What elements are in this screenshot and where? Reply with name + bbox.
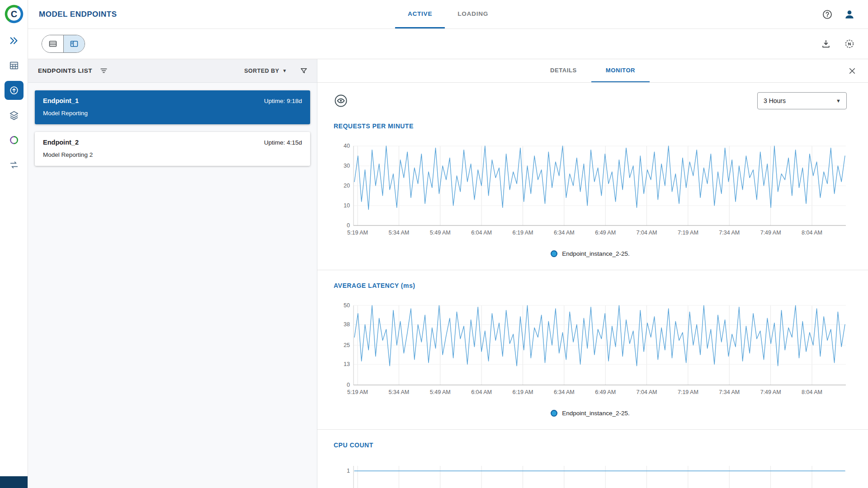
- svg-text:8:04 AM: 8:04 AM: [802, 389, 822, 395]
- svg-text:6:19 AM: 6:19 AM: [513, 230, 533, 236]
- rail-footer: [0, 476, 28, 488]
- endpoints-list-panel: ENDPOINTS LIST SORTED BY ▼: [28, 59, 317, 488]
- header-tabs: ACTIVE LOADING: [395, 0, 501, 28]
- svg-text:10: 10: [344, 202, 350, 209]
- svg-text:6:34 AM: 6:34 AM: [554, 389, 575, 395]
- time-range-select[interactable]: 3 Hours ▼: [757, 92, 847, 109]
- monitor-panel-tabs: DETAILS MONITOR: [317, 59, 868, 83]
- tab-active[interactable]: ACTIVE: [395, 0, 445, 28]
- svg-text:5:19 AM: 5:19 AM: [347, 230, 368, 236]
- chart-legend: Endpoint_instance_2-25.: [334, 410, 847, 417]
- monitor-content: 3 Hours ▼ REQUESTS PER MINUTE 5:19 AM5:3…: [317, 83, 868, 488]
- endpoint-name: Endpoint_1: [43, 97, 79, 104]
- page-title: MODEL ENDPOINTS: [39, 10, 117, 19]
- chart-legend: Endpoint_instance_2-25.: [334, 250, 847, 257]
- svg-text:5:34 AM: 5:34 AM: [388, 389, 409, 395]
- svg-text:13: 13: [344, 361, 350, 367]
- download-icon[interactable]: [821, 39, 831, 49]
- svg-text:C: C: [10, 9, 17, 19]
- view-toggle-group: [42, 35, 85, 53]
- svg-text:7:49 AM: 7:49 AM: [760, 389, 781, 395]
- legend-dot-icon: [551, 410, 557, 417]
- tab-details[interactable]: DETAILS: [536, 59, 591, 82]
- svg-text:7:19 AM: 7:19 AM: [678, 230, 698, 236]
- svg-text:5:19 AM: 5:19 AM: [347, 389, 368, 395]
- svg-text:40: 40: [344, 143, 350, 149]
- endpoint-subtitle: Model Reporting 2: [43, 151, 302, 158]
- svg-text:7:34 AM: 7:34 AM: [719, 389, 740, 395]
- hub-ring-icon[interactable]: [5, 131, 24, 150]
- app-header: MODEL ENDPOINTS ACTIVE LOADING: [28, 0, 868, 29]
- workspace: ENDPOINTS LIST SORTED BY ▼: [28, 59, 868, 488]
- svg-text:6:04 AM: 6:04 AM: [471, 389, 492, 395]
- filter-icon[interactable]: [300, 67, 308, 75]
- tab-monitor[interactable]: MONITOR: [591, 59, 650, 82]
- svg-text:6:19 AM: 6:19 AM: [513, 389, 533, 395]
- svg-text:25: 25: [344, 342, 350, 348]
- left-nav-rail: C: [0, 0, 28, 488]
- svg-text:20: 20: [344, 183, 350, 189]
- sort-icon[interactable]: [99, 66, 108, 75]
- legend-label: Endpoint_instance_2-25.: [562, 410, 629, 417]
- svg-text:0: 0: [347, 222, 350, 229]
- endpoint-card-1[interactable]: Endpoint_1 Uptime: 9:18d Model Reporting: [35, 90, 310, 124]
- cpu-chart: 5:19 AM5:34 AM5:49 AM6:04 AM6:19 AM6:34 …: [317, 449, 868, 488]
- section-divider: [317, 270, 868, 270]
- user-avatar-icon[interactable]: [844, 9, 855, 20]
- requests-chart-svg: 5:19 AM5:34 AM5:49 AM6:04 AM6:19 AM6:34 …: [334, 143, 847, 249]
- app-root: C: [0, 0, 868, 488]
- section-title-requests: REQUESTS PER MINUTE: [317, 122, 868, 130]
- latency-chart: 5:19 AM5:34 AM5:49 AM6:04 AM6:19 AM6:34 …: [317, 289, 868, 417]
- endpoint-card-2[interactable]: Endpoint_2 Uptime: 4:15d Model Reporting…: [35, 132, 310, 166]
- chevron-down-icon: ▼: [836, 98, 841, 103]
- sorted-by-dropdown[interactable]: SORTED BY ▼: [244, 68, 287, 74]
- svg-text:7:49 AM: 7:49 AM: [760, 230, 781, 236]
- visibility-eye-icon[interactable]: [331, 91, 351, 111]
- endpoint-subtitle: Model Reporting: [43, 110, 302, 117]
- endpoint-uptime: Uptime: 4:15d: [264, 139, 302, 146]
- deployments-icon[interactable]: [5, 31, 24, 50]
- svg-text:7:34 AM: 7:34 AM: [719, 230, 740, 236]
- endpoints-list-header: ENDPOINTS LIST SORTED BY ▼: [28, 59, 317, 83]
- requests-chart: 5:19 AM5:34 AM5:49 AM6:04 AM6:19 AM6:34 …: [317, 130, 868, 257]
- svg-text:7:04 AM: 7:04 AM: [637, 230, 657, 236]
- svg-text:38: 38: [344, 321, 350, 328]
- endpoint-name: Endpoint_2: [43, 139, 79, 146]
- svg-text:5:34 AM: 5:34 AM: [388, 230, 409, 236]
- sorted-by-label: SORTED BY: [244, 68, 279, 74]
- svg-text:6:34 AM: 6:34 AM: [554, 230, 575, 236]
- layers-icon[interactable]: [5, 106, 24, 125]
- section-divider: [317, 429, 868, 430]
- section-title-latency: AVERAGE LATENCY (ms): [317, 282, 868, 289]
- cpu-chart-svg: 5:19 AM5:34 AM5:49 AM6:04 AM6:19 AM6:34 …: [334, 462, 847, 488]
- endpoints-card-list: Endpoint_1 Uptime: 9:18d Model Reporting…: [28, 83, 317, 174]
- monitor-panel: DETAILS MONITOR: [317, 59, 868, 488]
- list-view-icon[interactable]: [42, 35, 63, 52]
- endpoints-list-title: ENDPOINTS LIST: [38, 67, 92, 74]
- model-endpoints-icon[interactable]: [5, 81, 24, 100]
- svg-text:7:04 AM: 7:04 AM: [637, 389, 657, 395]
- svg-text:8:04 AM: 8:04 AM: [802, 230, 822, 236]
- legend-label: Endpoint_instance_2-25.: [562, 250, 629, 257]
- latency-chart-svg: 5:19 AM5:34 AM5:49 AM6:04 AM6:19 AM6:34 …: [334, 303, 847, 409]
- close-icon[interactable]: [848, 59, 856, 82]
- time-range-value: 3 Hours: [764, 97, 786, 104]
- cloudera-logo[interactable]: C: [4, 4, 24, 24]
- legend-dot-icon: [551, 250, 557, 257]
- svg-text:5:49 AM: 5:49 AM: [430, 230, 451, 236]
- chevron-down-icon: ▼: [283, 68, 287, 73]
- svg-text:0: 0: [347, 382, 350, 388]
- svg-text:6:04 AM: 6:04 AM: [471, 230, 492, 236]
- endpoint-uptime: Uptime: 9:18d: [264, 98, 302, 104]
- svg-text:30: 30: [344, 163, 350, 169]
- svg-text:50: 50: [344, 303, 350, 309]
- split-view-icon[interactable]: [63, 35, 85, 52]
- svg-text:6:49 AM: 6:49 AM: [595, 389, 616, 395]
- connections-icon[interactable]: [5, 155, 24, 174]
- svg-text:1: 1: [347, 468, 350, 474]
- tab-loading[interactable]: LOADING: [445, 0, 501, 28]
- auto-refresh-icon[interactable]: [844, 39, 854, 49]
- svg-text:7:19 AM: 7:19 AM: [678, 389, 698, 395]
- workbench-grid-icon[interactable]: [5, 56, 24, 75]
- help-icon[interactable]: [822, 9, 833, 20]
